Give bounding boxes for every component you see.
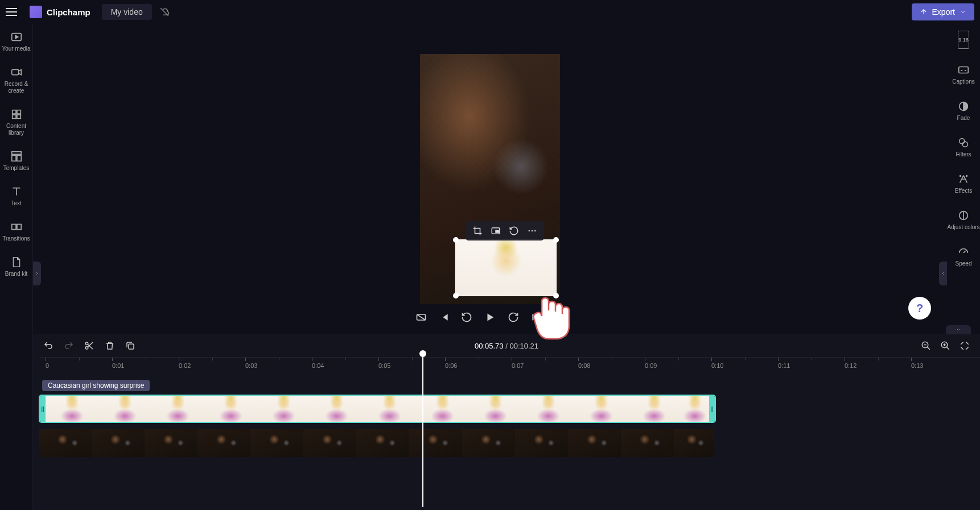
- zoom-fit-button[interactable]: [960, 341, 970, 351]
- sidebar-item-transitions[interactable]: Transitions: [0, 218, 32, 244]
- brand-kit-icon: [10, 256, 23, 268]
- timeline-ruler[interactable]: 00:010:020:030:040:050:060:070:080:090:1…: [39, 357, 980, 374]
- svg-point-13: [529, 230, 530, 231]
- adjust-icon: [957, 209, 970, 222]
- preview-quality-button[interactable]: [415, 312, 427, 323]
- sidebar-item-record-create[interactable]: Record & create: [0, 64, 32, 97]
- resize-handle-bl[interactable]: [453, 293, 459, 298]
- export-label: Export: [932, 7, 955, 16]
- crop-icon[interactable]: [472, 226, 483, 236]
- play-button[interactable]: [484, 311, 496, 324]
- sidebar-label: Text: [11, 200, 21, 207]
- zoom-in-button[interactable]: [940, 341, 950, 351]
- aspect-ratio-button[interactable]: 9:16: [947, 28, 980, 51]
- more-icon[interactable]: [527, 226, 537, 236]
- pip-overlay-clip[interactable]: [455, 239, 557, 296]
- sidebar-label: Templates: [3, 165, 30, 172]
- sidebar-item-your-media[interactable]: Your media: [0, 28, 32, 55]
- clip-trim-left[interactable]: ||: [40, 396, 46, 422]
- svg-rect-3: [17, 110, 20, 114]
- svg-rect-6: [11, 152, 21, 155]
- sidebar-label: Filters: [956, 151, 971, 158]
- timeline-track-2[interactable]: [39, 429, 716, 457]
- expand-right-panel[interactable]: [939, 262, 947, 285]
- export-button[interactable]: Export: [912, 3, 974, 20]
- sidebar-item-brand-kit[interactable]: Brand kit: [0, 254, 32, 280]
- timeline-track-1[interactable]: || ||: [39, 395, 716, 423]
- svg-point-20: [962, 142, 967, 147]
- pip-float-toolbar: [466, 221, 544, 241]
- sidebar-label: Fade: [957, 115, 970, 122]
- svg-rect-4: [12, 115, 15, 118]
- svg-rect-10: [17, 224, 20, 229]
- expand-left-panel[interactable]: [33, 262, 41, 285]
- templates-icon: [10, 150, 23, 163]
- sidebar-item-fade[interactable]: Fade: [947, 98, 980, 124]
- aspect-ratio-value: 9:16: [958, 31, 969, 49]
- svg-point-15: [534, 230, 536, 231]
- skip-forward-button[interactable]: [530, 312, 542, 323]
- upload-icon: [920, 8, 928, 16]
- rewind-button[interactable]: [461, 312, 472, 323]
- text-icon: [10, 185, 23, 198]
- zoom-out-button[interactable]: [921, 341, 931, 351]
- video-preview[interactable]: [420, 54, 560, 304]
- sidebar-item-speed[interactable]: Speed: [947, 243, 980, 269]
- clip-label-tooltip: Caucasian girl showing surprise: [42, 380, 150, 391]
- sidebar-label: Your media: [2, 45, 30, 52]
- cloud-off-icon: [159, 7, 170, 17]
- sidebar-item-captions[interactable]: Captions: [947, 61, 980, 88]
- collapse-timeline-button[interactable]: [946, 325, 971, 334]
- svg-point-24: [85, 342, 88, 345]
- duplicate-button[interactable]: [125, 341, 135, 351]
- svg-rect-7: [11, 155, 15, 161]
- total-time: 00:10.21: [509, 342, 538, 350]
- resize-handle-tl[interactable]: [453, 237, 459, 243]
- split-button[interactable]: [84, 341, 94, 351]
- resize-handle-tr[interactable]: [553, 237, 559, 243]
- captions-icon: [957, 64, 970, 76]
- resize-handle-br[interactable]: [553, 293, 559, 298]
- project-title[interactable]: My video: [102, 4, 152, 20]
- rotate-icon[interactable]: [509, 226, 519, 236]
- clip-thumbnail: [46, 396, 98, 422]
- sidebar-item-templates[interactable]: Templates: [0, 148, 32, 174]
- clip-trim-right[interactable]: ||: [709, 396, 715, 422]
- transitions-icon: [10, 221, 23, 233]
- sidebar-label: Adjust colors: [947, 224, 979, 231]
- sidebar-item-filters[interactable]: Filters: [947, 134, 980, 160]
- sidebar-item-effects[interactable]: Effects: [947, 171, 980, 197]
- pip-icon[interactable]: [491, 226, 501, 236]
- sidebar-label: Content library: [0, 123, 32, 136]
- forward-button[interactable]: [508, 312, 519, 323]
- clipchamp-logo: [30, 6, 42, 18]
- current-time: 00:05.73: [475, 342, 504, 350]
- svg-rect-8: [17, 155, 20, 161]
- sidebar-item-text[interactable]: Text: [0, 183, 32, 209]
- svg-rect-5: [17, 115, 20, 118]
- sidebar-item-adjust-colors[interactable]: Adjust colors: [947, 207, 980, 233]
- sidebar-item-content-library[interactable]: Content library: [0, 106, 32, 139]
- playhead[interactable]: [422, 355, 423, 507]
- chevron-down-icon: [960, 9, 966, 15]
- fullscreen-button[interactable]: [553, 312, 565, 323]
- undo-button[interactable]: [43, 341, 53, 351]
- clip-thumbnail: [39, 429, 92, 457]
- redo-button[interactable]: [64, 341, 74, 351]
- svg-rect-12: [496, 230, 499, 233]
- pip-thumbnail: [456, 240, 556, 296]
- effects-icon: [957, 173, 970, 185]
- help-button[interactable]: ?: [908, 297, 931, 320]
- svg-point-19: [960, 139, 965, 144]
- filters-icon: [957, 136, 970, 149]
- sidebar-label: Speed: [956, 260, 972, 267]
- svg-rect-26: [129, 344, 134, 349]
- sidebar-label: Effects: [955, 188, 972, 194]
- fade-icon: [957, 100, 970, 113]
- skip-back-button[interactable]: [438, 312, 450, 323]
- hamburger-menu[interactable]: [6, 5, 19, 19]
- sidebar-label: Captions: [952, 78, 974, 85]
- time-display: 00:05.73 / 00:10.21: [475, 342, 538, 350]
- delete-button[interactable]: [105, 341, 115, 351]
- svg-rect-1: [11, 69, 18, 74]
